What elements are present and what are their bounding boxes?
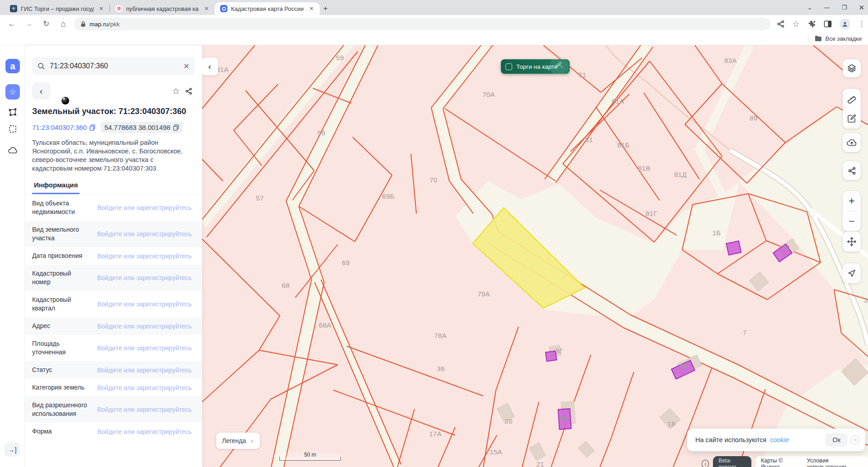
tab-close-icon[interactable]: ✕	[98, 5, 105, 12]
tab-gis-torgi[interactable]: ✦ ГИС Торги – продажи госуд ✕	[5, 2, 109, 15]
app-icon-rail: a ☆ →]	[0, 45, 25, 467]
favorite-star-icon[interactable]: ☆	[170, 85, 182, 97]
torgi-checkbox[interactable]	[505, 63, 512, 70]
parcel-label: 1Б	[712, 229, 721, 237]
parcel-label: 69Б	[382, 192, 394, 200]
url-host: map.ru	[90, 21, 108, 28]
login-register-link[interactable]: Войдите или зарегистрируйтесь	[89, 344, 195, 352]
share-parcel-icon[interactable]	[182, 85, 195, 97]
ruler-button[interactable]	[843, 89, 861, 109]
extensions-icon[interactable]	[807, 19, 816, 28]
share-map-button[interactable]	[843, 161, 861, 180]
copy-icon[interactable]	[90, 124, 95, 131]
tab-public-cadastre[interactable]: Я публичная кадастровая ка ✕	[110, 2, 215, 15]
info-row: Кадастровый номер Войдите или зарегистри…	[25, 265, 202, 291]
polygon-tool-icon[interactable]	[8, 107, 18, 117]
all-bookmarks-button[interactable]: Все закладки	[808, 34, 862, 43]
back-icon[interactable]: ←	[6, 19, 17, 29]
collapse-sidebar-button[interactable]: ‹	[202, 57, 218, 76]
parcel-label: 68	[282, 281, 289, 289]
row-label: Кадастровый номер	[32, 269, 89, 286]
parcel-label: 69	[342, 259, 349, 267]
legend-button[interactable]: Легенда ∧	[216, 433, 260, 449]
select-area-icon[interactable]	[8, 124, 18, 134]
cloud-icon[interactable]	[8, 145, 18, 155]
tab-title: публичная кадастровая ка	[126, 5, 199, 12]
login-register-link[interactable]: Войдите или зарегистрируйтесь	[89, 274, 195, 281]
kebab-menu-icon[interactable]: ⋮	[858, 19, 865, 28]
lock-icon	[80, 21, 86, 27]
parcel-label: 24	[782, 243, 790, 251]
forward-icon[interactable]: →	[24, 19, 34, 29]
search-box[interactable]: ✕	[32, 57, 195, 75]
clear-search-icon[interactable]: ✕	[184, 62, 189, 71]
login-register-link[interactable]: Войдите или зарегистрируйтесь	[89, 204, 195, 211]
tab-close-icon[interactable]: ✕	[308, 5, 315, 12]
copy-icon[interactable]	[173, 124, 179, 131]
search-input[interactable]	[50, 62, 179, 70]
parcel-label: 21	[536, 460, 544, 467]
home-icon[interactable]: ⌂	[58, 19, 69, 29]
restore-button[interactable]: ❐	[842, 4, 847, 11]
parcel-label: 18	[667, 420, 675, 428]
side-panel-icon[interactable]	[824, 20, 832, 28]
parcel-label: 3	[864, 296, 868, 304]
login-register-link[interactable]: Войдите или зарегистрируйтесь	[89, 367, 195, 374]
tab-search-icon[interactable]: ⌄	[807, 4, 812, 11]
yandex-maps-credit[interactable]: Карты © Яндекс	[761, 457, 799, 467]
layers-button[interactable]	[843, 59, 861, 77]
minimize-button[interactable]: —	[824, 4, 830, 11]
share-icon[interactable]	[777, 20, 785, 28]
parcel-label: 59	[336, 54, 344, 62]
parcel-label: 81А	[612, 97, 624, 105]
bookmark-star-icon[interactable]: ☆	[793, 19, 800, 29]
url-bar[interactable]: map.ru/pkk	[74, 18, 770, 30]
login-register-link[interactable]: Войдите или зарегистрируйтесь	[89, 323, 195, 330]
cookie-link[interactable]: cookie	[770, 436, 789, 443]
login-register-link[interactable]: Войдите или зарегистрируйтесь	[89, 230, 195, 238]
parcel-label: 70	[429, 176, 437, 184]
edit-button[interactable]	[843, 109, 861, 129]
search-icon	[38, 62, 45, 70]
parcel-label: 15А	[490, 448, 502, 456]
login-register-link[interactable]: Войдите или зарегистрируйтесь	[89, 428, 195, 435]
reload-icon[interactable]: ↻	[41, 19, 52, 29]
tab-close-icon[interactable]: ✕	[203, 5, 210, 12]
login-register-link[interactable]: Войдите или зарегистрируйтесь	[89, 300, 195, 308]
terms-link[interactable]: Условия использования	[807, 457, 863, 467]
pan-button[interactable]	[843, 232, 861, 252]
cadastral-map-canvas[interactable]: 41А59585770А717069Б696868А78А79А3617А15А…	[202, 45, 868, 467]
browser-tab-strip: ✦ ГИС Торги – продажи госуд ✕ Я публична…	[0, 0, 868, 15]
parcel-label: 36	[437, 365, 444, 372]
parcel-label: 20	[505, 417, 512, 425]
parcel-label: 71	[578, 71, 586, 79]
login-register-link[interactable]: Войдите или зарегистрируйтесь	[89, 384, 195, 391]
parcel-label: 5В	[560, 414, 568, 422]
login-exit-icon[interactable]: →]	[5, 442, 20, 457]
cookie-ok-button[interactable]: Ок	[826, 433, 847, 447]
zoom-controls: + −	[843, 191, 861, 231]
app-logo-icon[interactable]: a	[5, 59, 20, 73]
tab-cadastral-map-active[interactable]: Кадастровая карта России ✕	[215, 2, 320, 15]
close-button[interactable]: ✕	[859, 4, 864, 12]
tab-information[interactable]: Информация	[32, 181, 80, 194]
locate-button[interactable]	[843, 263, 861, 283]
parcel-label: 81	[585, 136, 593, 143]
new-tab-button[interactable]: +	[323, 4, 328, 13]
gavel-icon	[550, 59, 569, 74]
zoom-in-button[interactable]: +	[843, 191, 861, 211]
cadastral-number-link[interactable]: 71:23:040307:360	[32, 124, 95, 131]
login-register-link[interactable]: Войдите или зарегистрируйтесь	[89, 253, 195, 260]
torgi-on-map-toggle[interactable]: Торги на карте	[501, 59, 570, 74]
favorites-icon[interactable]: ☆	[5, 84, 20, 100]
coordinates-chip[interactable]: 54.778683 38.001498	[101, 122, 183, 133]
zoom-out-button[interactable]: −	[843, 211, 861, 231]
profile-avatar[interactable]	[840, 19, 850, 29]
cookie-close-icon[interactable]: ✕	[851, 435, 860, 444]
login-register-link[interactable]: Войдите или зарегистрируйтесь	[89, 406, 195, 413]
row-label: Адрес	[32, 322, 89, 330]
upload-button[interactable]	[843, 133, 861, 152]
info-icon[interactable]: i	[702, 460, 709, 467]
panel-back-button[interactable]: ‹	[32, 82, 50, 100]
yandex-icon: Я	[115, 5, 123, 12]
